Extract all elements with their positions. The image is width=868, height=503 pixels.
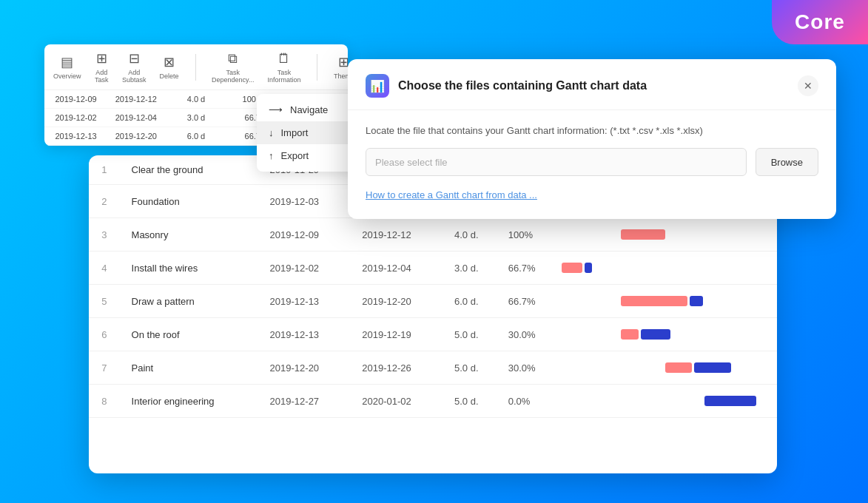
- navigate-label: Navigate: [290, 104, 328, 115]
- tp-start-3: 2019-12-13: [53, 132, 98, 141]
- toolbar-icons: ▤ Overview ⊞ Add Task ⊟ Add Subtask ⊠ De…: [53, 50, 348, 84]
- row-num: 8: [89, 385, 120, 418]
- toolbar-theme[interactable]: ⊞ Theme: [334, 54, 348, 80]
- row-end: 2019-12-12: [350, 218, 443, 252]
- table-row: 4Install the wires2019-12-022019-12-043.…: [89, 252, 777, 285]
- row-end: 2019-12-19: [350, 318, 443, 351]
- dialog-header: 📊 Choose the files containing Gantt char…: [348, 59, 836, 110]
- row-num: 2: [89, 185, 120, 218]
- export-icon: ↑: [269, 150, 274, 161]
- row-percent: 100%: [497, 218, 551, 252]
- toolbar-add-subtask[interactable]: ⊟ Add Subtask: [122, 50, 147, 84]
- dialog-app-icon: 📊: [366, 74, 389, 98]
- file-dialog: 📊 Choose the files containing Gantt char…: [348, 59, 836, 219]
- row-start: 2019-12-02: [258, 252, 351, 285]
- row-end: 2019-12-20: [350, 285, 443, 318]
- row-num: 4: [89, 252, 120, 285]
- row-bar: [550, 252, 777, 285]
- table-row: 5Draw a pattern2019-12-132019-12-206.0 d…: [89, 285, 777, 318]
- row-bar: [550, 218, 777, 252]
- row-num: 3: [89, 218, 120, 252]
- add-task-icon: ⊞: [96, 50, 107, 67]
- core-logo: Core: [772, 0, 868, 44]
- row-task: On the roof: [120, 318, 258, 351]
- toolbar-divider-2: [317, 54, 317, 81]
- dialog-title: Choose the files containing Gantt chart …: [398, 79, 789, 92]
- dialog-subtitle: Locate the file that contains your Gantt…: [366, 125, 818, 136]
- row-duration: 3.0 d.: [443, 252, 497, 285]
- dialog-file-row: Please select file Browse: [366, 148, 818, 176]
- row-task: Clear the ground: [120, 155, 258, 185]
- import-icon: ↓: [269, 127, 274, 138]
- help-link[interactable]: How to create a Gantt chart from data ..…: [366, 189, 537, 200]
- row-task: Paint: [120, 351, 258, 385]
- delete-icon: ⊠: [164, 54, 175, 70]
- row-start: 2019-12-09: [258, 218, 351, 252]
- toolbar-task-dependency[interactable]: ⧉ Task Dependency...: [212, 51, 254, 84]
- core-logo-text: Core: [795, 10, 845, 34]
- row-start: 2019-12-27: [258, 385, 351, 418]
- tp-end-2: 2019-12-04: [113, 113, 158, 122]
- toolbar-task-info[interactable]: 🗒 Task Information: [267, 51, 300, 84]
- task-dep-label: Task Dependency...: [212, 69, 254, 84]
- row-task: Interior engineering: [120, 385, 258, 418]
- row-num: 6: [89, 318, 120, 351]
- toolbar-divider: [195, 54, 196, 81]
- table-row: 8Interior engineering2019-12-272020-01-0…: [89, 385, 777, 418]
- row-bar: [550, 351, 777, 385]
- row-bar: [550, 385, 777, 418]
- file-placeholder: Please select file: [375, 157, 448, 168]
- bar-red: [621, 296, 687, 306]
- delete-label: Delete: [160, 72, 179, 80]
- bar-blue: [641, 329, 670, 340]
- bar-red: [562, 263, 582, 273]
- table-row: 6On the roof2019-12-132019-12-195.0 d.30…: [89, 318, 777, 351]
- table-row: 3Masonry2019-12-092019-12-124.0 d.100%: [89, 218, 777, 252]
- bar-blue: [690, 296, 703, 306]
- row-task: Draw a pattern: [120, 285, 258, 318]
- bar-blue: [694, 362, 731, 373]
- row-task: Install the wires: [120, 252, 258, 285]
- row-bar: [550, 318, 777, 351]
- dialog-close-button[interactable]: ✕: [798, 75, 818, 96]
- add-task-label: Add Task: [95, 69, 109, 84]
- tp-start-2: 2019-12-02: [53, 113, 98, 122]
- navigate-icon: ⟶: [269, 104, 283, 115]
- row-duration: 4.0 d.: [443, 218, 497, 252]
- bar-red: [665, 362, 692, 373]
- toolbar-add-task[interactable]: ⊞ Add Task: [95, 50, 109, 84]
- bar-red: [621, 329, 639, 340]
- row-percent: 66.7%: [497, 285, 551, 318]
- bar-blue: [704, 396, 756, 406]
- row-start: 2019-12-13: [258, 318, 351, 351]
- file-input-display[interactable]: Please select file: [366, 148, 747, 176]
- row-percent: 66.7%: [497, 252, 551, 285]
- row-bar: [550, 285, 777, 318]
- import-label: Import: [281, 127, 309, 138]
- browse-button[interactable]: Browse: [756, 148, 818, 176]
- row-task: Foundation: [120, 185, 258, 218]
- tp-end-1: 2019-12-12: [113, 95, 158, 104]
- task-info-label: Task Information: [267, 69, 300, 84]
- row-start: 2019-12-13: [258, 285, 351, 318]
- row-end: 2020-01-02: [350, 385, 443, 418]
- toolbar-overview[interactable]: ▤ Overview: [53, 54, 81, 80]
- tp-dur-2: 3.0 d: [173, 113, 218, 122]
- bar-blue: [585, 263, 592, 273]
- row-percent: 30.0%: [497, 318, 551, 351]
- overview-icon: ▤: [61, 54, 73, 70]
- toolbar-row: ▤ Overview ⊞ Add Task ⊟ Add Subtask ⊠ De…: [44, 44, 348, 90]
- row-start: 2019-12-03: [258, 185, 351, 218]
- row-duration: 5.0 d.: [443, 385, 497, 418]
- tp-dur-1: 4.0 d: [173, 95, 218, 104]
- row-duration: 6.0 d.: [443, 285, 497, 318]
- toolbar-delete[interactable]: ⊠ Delete: [160, 54, 179, 80]
- row-percent: 0.0%: [497, 385, 551, 418]
- add-subtask-label: Add Subtask: [122, 69, 147, 84]
- row-end: 2019-12-04: [350, 252, 443, 285]
- dialog-body: Locate the file that contains your Gantt…: [348, 110, 836, 219]
- row-num: 1: [89, 155, 120, 185]
- theme-icon: ⊞: [338, 54, 348, 70]
- table-row: 7Paint2019-12-202019-12-265.0 d.30.0%: [89, 351, 777, 385]
- dialog-app-icon-glyph: 📊: [370, 79, 385, 93]
